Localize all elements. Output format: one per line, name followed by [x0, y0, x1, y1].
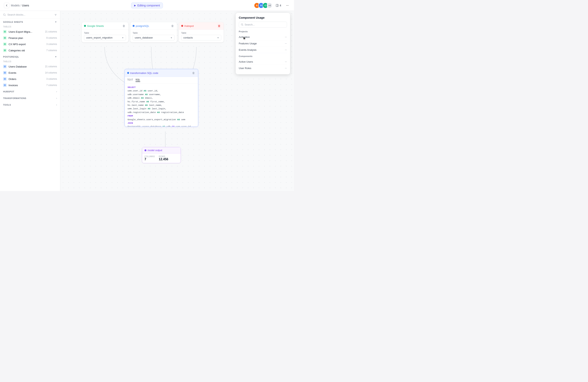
- avatar-extra-count: +4: [267, 2, 273, 8]
- rows-stat: ROWS 12.456: [159, 155, 168, 161]
- editing-component-label: Editing component: [137, 4, 160, 7]
- panel-item-active-users[interactable]: Active Users →: [239, 59, 287, 65]
- canvas[interactable]: Google Sheets 🗑 Table users_export_migra…: [60, 11, 294, 191]
- transformations-title: TRANSFORMATIONS: [3, 97, 26, 99]
- delete-node-button[interactable]: 🗑: [217, 24, 221, 28]
- blue-db-icon: [3, 84, 7, 87]
- main-layout: GOOGLE SHEETS ▼ TABLES Users Export Migr…: [0, 11, 294, 191]
- component-panel: Component Usage Projects Activation → Fe…: [236, 13, 290, 74]
- book-button[interactable]: 4: [274, 3, 283, 8]
- svg-rect-14: [4, 50, 6, 51]
- back-button[interactable]: [4, 3, 9, 8]
- sidebar-item-orders[interactable]: Orders 3 columns: [0, 76, 60, 82]
- sidebar-item-users-database[interactable]: Users Database 21 columns: [0, 64, 60, 70]
- svg-rect-17: [4, 66, 6, 67]
- play-dot-green: [84, 25, 86, 27]
- output-node[interactable]: model output COLUMNS 7 ROWS 12.456: [142, 147, 181, 163]
- svg-point-28: [241, 24, 243, 25]
- sidebar-section-tools[interactable]: TOOLS ›: [0, 102, 60, 108]
- sql-code-block: SELECT uem.user_id AS user_id, udb.usern…: [125, 84, 198, 127]
- google-sheets-chevron: ▼: [55, 21, 57, 23]
- columns-stat: COLUMNS 7: [145, 155, 155, 161]
- table-select[interactable]: users_database ▼: [133, 35, 175, 41]
- rows-value: 12.456: [159, 158, 168, 161]
- table-value: contacts: [183, 36, 193, 39]
- output-body: COLUMNS 7 ROWS 12.456: [142, 153, 181, 163]
- delete-transform-button[interactable]: 🗑: [191, 71, 196, 75]
- sidebar-search-area[interactable]: [0, 11, 60, 19]
- book-count: 4: [280, 4, 281, 7]
- select-chevron: ▼: [122, 37, 124, 39]
- breadcrumb-parent[interactable]: Models: [11, 4, 20, 7]
- table-value: users_export_migration: [86, 36, 113, 39]
- svg-rect-6: [4, 32, 6, 32]
- arrow-icon: →: [284, 48, 287, 51]
- google-sheets-title: GOOGLE SHEETS: [3, 21, 23, 23]
- transformation-node[interactable]: transformation SQL code 🗑 TEXT SQL SELEC…: [125, 69, 198, 127]
- item-meta: 7 columns: [46, 49, 57, 52]
- hubspot-node[interactable]: Hubspot 🗑 Table contacts ▼: [179, 22, 224, 42]
- sidebar-item-invoices[interactable]: Invoices 7 columns: [0, 82, 60, 88]
- topbar-left: Models / Users: [4, 3, 29, 8]
- transformations-chevron: ›: [56, 97, 57, 100]
- green-db-icon: [3, 42, 7, 46]
- table-label: Table: [84, 32, 126, 34]
- postgresql-node-body: Table users_database ▼: [130, 30, 177, 42]
- delete-node-button[interactable]: 🗑: [170, 24, 175, 28]
- play-dot-blue: [133, 25, 135, 27]
- google-sheets-node[interactable]: Google Sheets 🗑 Table users_export_migra…: [82, 22, 128, 42]
- panel-item-user-roles[interactable]: User Roles →: [239, 65, 287, 71]
- green-db-icon: [3, 30, 7, 33]
- panel-item-features-usage[interactable]: Features Usage →: [239, 40, 287, 47]
- play-icon: ▶: [134, 4, 136, 7]
- postgresql-node[interactable]: postgreSQL 🗑 Table users_database ▼: [130, 22, 177, 42]
- topbar-right: A B C +4 4 ···: [254, 2, 290, 8]
- search-input[interactable]: [7, 13, 53, 16]
- item-name: Categories old: [9, 49, 25, 52]
- tab-sql[interactable]: SQL: [136, 78, 140, 82]
- transformation-title: transformation SQL code: [130, 72, 158, 74]
- svg-rect-15: [4, 51, 6, 51]
- table-select[interactable]: users_export_migration ▼: [84, 35, 126, 41]
- item-meta: 3 columns: [46, 78, 57, 80]
- svg-rect-22: [4, 78, 6, 79]
- svg-rect-5: [4, 32, 6, 32]
- sidebar-section-hubspot[interactable]: HUBSPOT ›: [0, 88, 60, 95]
- panel-item-events-analysis[interactable]: Events Analysis →: [239, 47, 287, 53]
- table-label: Table: [181, 32, 221, 34]
- table-select[interactable]: contacts ▼: [181, 35, 221, 41]
- sidebar-item-cx-nps[interactable]: CX NPS export 3 columns: [0, 41, 60, 47]
- sidebar-item-users-export[interactable]: Users Export Migra... 21 columns: [0, 29, 60, 35]
- panel-search-area[interactable]: [239, 21, 287, 28]
- projects-label: Projects: [239, 30, 287, 33]
- arrow-icon: →: [284, 60, 287, 63]
- postgresql-node-header: postgreSQL 🗑: [130, 22, 177, 30]
- sidebar-section-transformations[interactable]: TRANSFORMATIONS ›: [0, 95, 60, 102]
- activation-label: Activation: [239, 36, 250, 39]
- table-label: Table: [133, 32, 175, 34]
- active-users-label: Active Users: [239, 60, 253, 63]
- sidebar-item-events[interactable]: Events 14 columns: [0, 70, 60, 76]
- svg-rect-25: [4, 85, 6, 85]
- google-sheets-header[interactable]: GOOGLE SHEETS ▼: [0, 19, 60, 24]
- events-analysis-label: Events Analysis: [239, 48, 256, 51]
- panel-search-input[interactable]: [245, 23, 285, 26]
- item-meta: 21 columns: [45, 65, 57, 68]
- blue-db-icon: [3, 65, 7, 68]
- green-db-icon: [3, 36, 7, 40]
- item-name: Finance plan: [9, 37, 23, 40]
- item-meta: 9 columns: [46, 37, 57, 39]
- arrow-icon: →: [284, 42, 287, 45]
- delete-node-button[interactable]: 🗑: [122, 24, 126, 28]
- more-button[interactable]: ···: [285, 3, 290, 8]
- select-chevron: ▼: [170, 37, 172, 39]
- postgresql-title: POSTGRESQL: [3, 56, 19, 58]
- svg-rect-23: [4, 79, 6, 79]
- panel-item-activation[interactable]: Activation →: [239, 34, 287, 40]
- sidebar-item-categories-old[interactable]: Categories old 7 columns: [0, 47, 60, 53]
- columns-label: COLUMNS: [145, 155, 155, 158]
- sidebar-item-finance-plan[interactable]: Finance plan 9 columns: [0, 35, 60, 41]
- hubspot-chevron: ›: [56, 90, 57, 93]
- tab-text[interactable]: TEXT: [127, 78, 133, 82]
- postgresql-header[interactable]: POSTGRESQL ▼: [0, 53, 60, 59]
